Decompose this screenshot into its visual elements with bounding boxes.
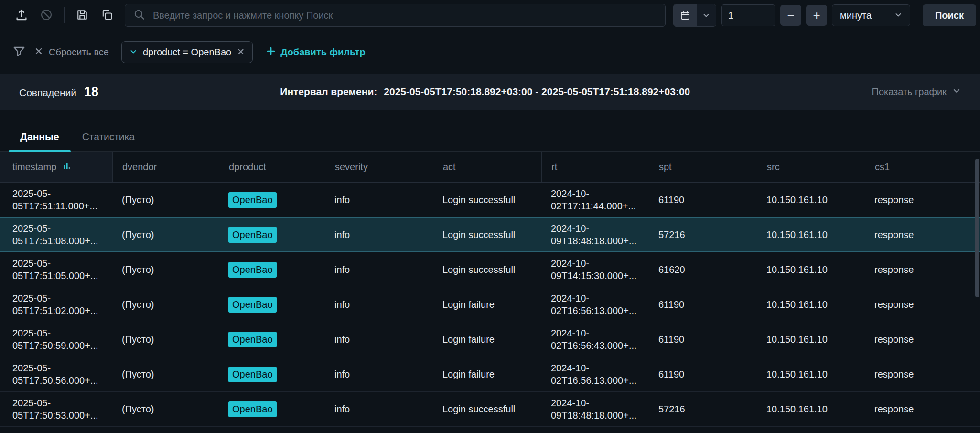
cell-value: 10.150.161.10 bbox=[766, 264, 828, 275]
export-button[interactable] bbox=[11, 5, 32, 25]
cell-value: 10.150.161.10 bbox=[766, 369, 828, 379]
cell-dvendor: (Пусто) bbox=[112, 398, 219, 420]
cell-value: 2024-10-02T17:11:44.000+... bbox=[551, 188, 636, 211]
table-row[interactable]: 2025-05-05T17:50:59.000+...(Пусто)OpenBa… bbox=[0, 322, 980, 357]
cell-cs1: response bbox=[865, 189, 980, 211]
vertical-scrollbar[interactable] bbox=[975, 159, 979, 297]
search-button[interactable]: Поиск bbox=[923, 4, 976, 26]
table-row[interactable]: 2025-05-05T17:50:56.000+...(Пусто)OpenBa… bbox=[0, 357, 980, 392]
time-interval-label: Интервал времени: bbox=[280, 86, 377, 97]
interval-decrement-button[interactable]: − bbox=[780, 5, 801, 26]
cell-value: 57216 bbox=[658, 404, 685, 414]
cell-value: 10.150.161.10 bbox=[766, 334, 828, 345]
remove-filter-icon[interactable] bbox=[237, 47, 245, 58]
cell-timestamp: 2025-05-05T17:50:56.000+... bbox=[0, 357, 112, 391]
cell-rt: 2024-10-02T16:56:43.000+... bbox=[541, 322, 649, 357]
cell-timestamp: 2025-05-05T17:51:08.000+... bbox=[0, 217, 112, 252]
column-header-timestamp[interactable]: timestamp bbox=[0, 152, 112, 182]
table-row[interactable]: 2025-05-05T17:51:02.000+...(Пусто)OpenBa… bbox=[0, 287, 980, 322]
cell-timestamp: 2025-05-05T17:51:05.000+... bbox=[0, 252, 112, 287]
column-label: dvendor bbox=[122, 162, 157, 173]
dproduct-highlight: OpenBao bbox=[228, 192, 277, 208]
cell-value: (Пусто) bbox=[122, 299, 154, 310]
tab-data[interactable]: Данные bbox=[9, 126, 71, 151]
tab-statistics[interactable]: Статистика bbox=[71, 126, 146, 151]
filter-chip-label: dproduct = OpenBao bbox=[143, 47, 231, 58]
cell-value: 2024-10-02T16:56:13.000+... bbox=[551, 293, 637, 316]
column-header-dproduct[interactable]: dproduct bbox=[219, 152, 325, 182]
column-header-act[interactable]: act bbox=[433, 152, 541, 182]
cell-dvendor: (Пусто) bbox=[112, 259, 219, 281]
cell-value: (Пусто) bbox=[122, 404, 154, 414]
dproduct-highlight: OpenBao bbox=[228, 332, 277, 347]
column-header-cs1[interactable]: cs1 bbox=[865, 152, 980, 182]
column-header-rt[interactable]: rt bbox=[541, 152, 649, 182]
column-header-spt[interactable]: spt bbox=[649, 152, 757, 182]
cell-value: response bbox=[874, 195, 914, 205]
interval-increment-button[interactable]: + bbox=[806, 5, 827, 26]
cell-spt: 61620 bbox=[649, 259, 757, 281]
show-chart-button[interactable]: Показать график bbox=[872, 87, 961, 97]
cell-value: Login successfull bbox=[442, 404, 515, 414]
cell-value: response bbox=[874, 369, 914, 379]
top-toolbar: 1 − + минута Поиск bbox=[0, 0, 980, 31]
column-label: rt bbox=[551, 162, 557, 173]
interval-unit-select[interactable]: минута bbox=[832, 4, 910, 26]
cell-cs1: response bbox=[865, 293, 980, 315]
cell-act: Login successfull bbox=[433, 259, 541, 281]
cell-value: Login successfull bbox=[442, 264, 515, 275]
cell-value: 2024-10-09T18:48:18.000+... bbox=[551, 223, 637, 246]
cell-spt: 61190 bbox=[649, 189, 757, 211]
search-input[interactable] bbox=[152, 10, 657, 22]
matches-count: 18 bbox=[84, 85, 98, 99]
cell-value: 61190 bbox=[658, 299, 684, 310]
interval-count-input[interactable]: 1 bbox=[721, 4, 775, 26]
cell-value: 10.150.161.10 bbox=[766, 299, 828, 310]
dproduct-highlight: OpenBao bbox=[228, 262, 277, 278]
cell-severity: info bbox=[325, 189, 433, 211]
copy-button[interactable] bbox=[97, 5, 117, 25]
table-row[interactable]: 2025-05-05T17:51:05.000+...(Пусто)OpenBa… bbox=[0, 252, 980, 287]
cell-timestamp: 2025-05-05T17:51:11.000+... bbox=[0, 183, 112, 217]
column-label: act bbox=[443, 162, 456, 173]
tab-statistics-label: Статистика bbox=[82, 131, 135, 142]
cell-value: Login failure bbox=[442, 334, 495, 345]
cell-value: 2025-05-05T17:51:11.000+... bbox=[12, 188, 97, 211]
chevron-down-icon bbox=[697, 4, 716, 26]
search-icon bbox=[133, 8, 145, 22]
table-row[interactable]: 2025-05-05T17:50:53.000+...(Пусто)OpenBa… bbox=[0, 392, 980, 427]
cell-value: 2025-05-05T17:51:05.000+... bbox=[12, 258, 98, 281]
app-root: 1 − + минута Поиск Сбросить все dproduct… bbox=[0, 0, 980, 433]
cell-spt: 61190 bbox=[649, 363, 757, 385]
column-header-severity[interactable]: severity bbox=[325, 152, 433, 182]
cell-cs1: response bbox=[865, 328, 980, 350]
cell-dproduct: OpenBao bbox=[219, 362, 325, 387]
floppy-save-icon bbox=[75, 8, 89, 23]
show-chart-label: Показать график bbox=[872, 87, 947, 97]
copy-icon bbox=[100, 8, 114, 23]
cell-severity: info bbox=[325, 328, 433, 350]
save-button[interactable] bbox=[72, 5, 92, 25]
cell-rt: 2024-10-09T18:48:18.000+... bbox=[541, 392, 649, 426]
toolbar-divider bbox=[64, 7, 65, 23]
query-search-box[interactable] bbox=[125, 4, 666, 27]
cell-dproduct: OpenBao bbox=[219, 327, 325, 352]
add-filter-button[interactable]: Добавить фильтр bbox=[266, 46, 365, 58]
cell-value: info bbox=[334, 229, 350, 240]
cell-severity: info bbox=[325, 398, 433, 420]
table-row[interactable]: 2025-05-05T17:51:08.000+...(Пусто)OpenBa… bbox=[0, 217, 980, 252]
table-row[interactable]: 2025-05-05T17:51:11.000+...(Пусто)OpenBa… bbox=[0, 183, 980, 217]
dproduct-highlight: OpenBao bbox=[228, 367, 277, 382]
cell-value: info bbox=[334, 334, 350, 345]
cell-value: info bbox=[334, 195, 350, 205]
histogram-icon[interactable] bbox=[62, 161, 72, 173]
prohibit-button[interactable] bbox=[36, 5, 56, 25]
column-header-src[interactable]: src bbox=[757, 152, 865, 182]
reset-filters-button[interactable]: Сбросить все bbox=[34, 47, 109, 58]
date-range-button[interactable] bbox=[673, 4, 716, 27]
column-header-dvendor[interactable]: dvendor bbox=[112, 152, 219, 182]
filter-chip[interactable]: dproduct = OpenBao bbox=[121, 41, 253, 63]
column-label: dproduct bbox=[229, 162, 266, 173]
cell-act: Login successfull bbox=[433, 189, 541, 211]
cell-src: 10.150.161.10 bbox=[757, 293, 865, 315]
